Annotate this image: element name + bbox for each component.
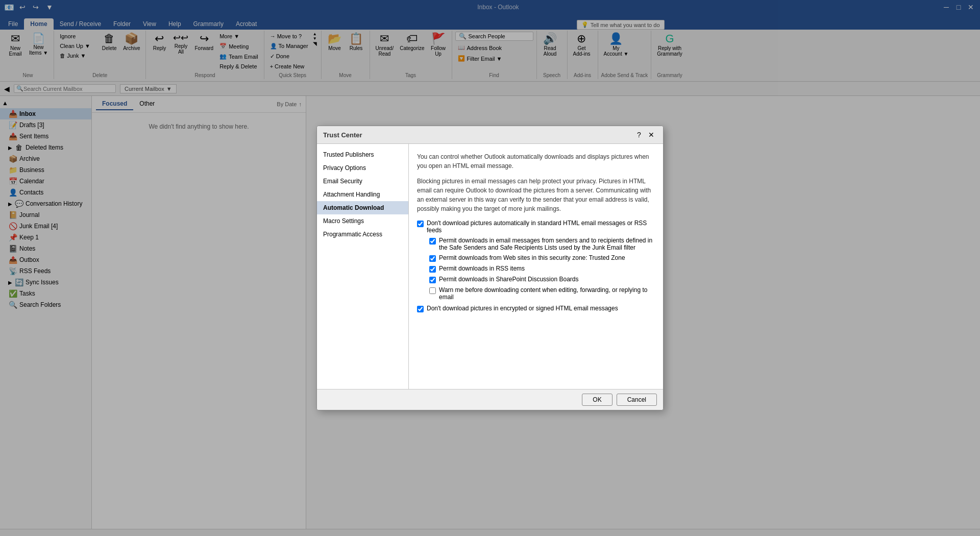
dialog-nav-privacy[interactable]: Privacy Options (317, 161, 408, 175)
checkbox-rss-label: Permit downloads in RSS items (439, 265, 525, 272)
modal-overlay: Trust Center ? ✕ Trusted Publishers Priv… (0, 0, 980, 536)
checkbox-dont-download-label: Don't download pictures automatically in… (427, 220, 655, 234)
dialog-cancel-btn[interactable]: Cancel (617, 394, 657, 406)
checkbox-sharepoint-label: Permit downloads in SharePoint Discussio… (439, 276, 578, 283)
dialog-help-btn[interactable]: ? (633, 129, 645, 140)
checkbox-encrypted[interactable] (417, 306, 424, 312)
checkbox-rss[interactable] (429, 266, 436, 273)
dialog-nav-attachment[interactable]: Attachment Handling (317, 188, 408, 201)
checkbox-encrypted-label: Don't download pictures in encrypted or … (427, 305, 618, 312)
checkbox-trusted-zone-label: Permit downloads from Web sites in this … (439, 254, 625, 261)
dialog-title: Trust Center (323, 131, 362, 139)
trust-center-dialog: Trust Center ? ✕ Trusted Publishers Priv… (316, 126, 664, 410)
checkbox-item-dont-download: Don't download pictures automatically in… (417, 220, 655, 234)
dialog-body: Trusted Publishers Privacy Options Email… (317, 144, 663, 389)
checkbox-safe-senders-label: Permit downloads in email messages from … (439, 237, 655, 251)
dialog-nav-programmatic[interactable]: Programmatic Access (317, 228, 408, 241)
dialog-nav: Trusted Publishers Privacy Options Email… (317, 144, 409, 389)
checkbox-item-safe-senders: Permit downloads in email messages from … (429, 237, 655, 251)
checkbox-dont-download[interactable] (417, 221, 424, 227)
dialog-nav-auto-download[interactable]: Automatic Download (317, 201, 408, 214)
checkbox-item-trusted-zone: Permit downloads from Web sites in this … (429, 254, 655, 262)
dialog-titlebar: Trust Center ? ✕ (317, 126, 663, 144)
dialog-content: You can control whether Outlook automati… (409, 144, 663, 389)
dialog-nav-trusted-publishers[interactable]: Trusted Publishers (317, 148, 408, 161)
checkbox-safe-senders[interactable] (429, 238, 436, 245)
checkbox-group-auto: Don't download pictures automatically in… (417, 220, 655, 301)
checkbox-warn[interactable] (429, 287, 436, 294)
checkbox-item-encrypted: Don't download pictures in encrypted or … (417, 305, 655, 312)
dialog-ok-btn[interactable]: OK (582, 394, 612, 406)
dialog-close-btn[interactable]: ✕ (646, 129, 657, 140)
dialog-desc1: You can control whether Outlook automati… (417, 152, 655, 170)
dialog-desc2: Blocking pictures in email messages can … (417, 177, 655, 213)
dialog-footer: OK Cancel (317, 389, 663, 410)
checkbox-trusted-zone[interactable] (429, 255, 436, 262)
dialog-controls: ? ✕ (633, 129, 657, 140)
dialog-nav-email-security[interactable]: Email Security (317, 175, 408, 188)
checkbox-item-rss: Permit downloads in RSS items (429, 265, 655, 273)
checkbox-sharepoint[interactable] (429, 277, 436, 283)
checkbox-warn-label: Warn me before downloading content when … (439, 286, 655, 301)
checkbox-group-encrypted: Don't download pictures in encrypted or … (417, 305, 655, 312)
dialog-nav-macro[interactable]: Macro Settings (317, 214, 408, 228)
checkbox-item-warn: Warn me before downloading content when … (429, 286, 655, 301)
checkbox-item-sharepoint: Permit downloads in SharePoint Discussio… (429, 276, 655, 283)
